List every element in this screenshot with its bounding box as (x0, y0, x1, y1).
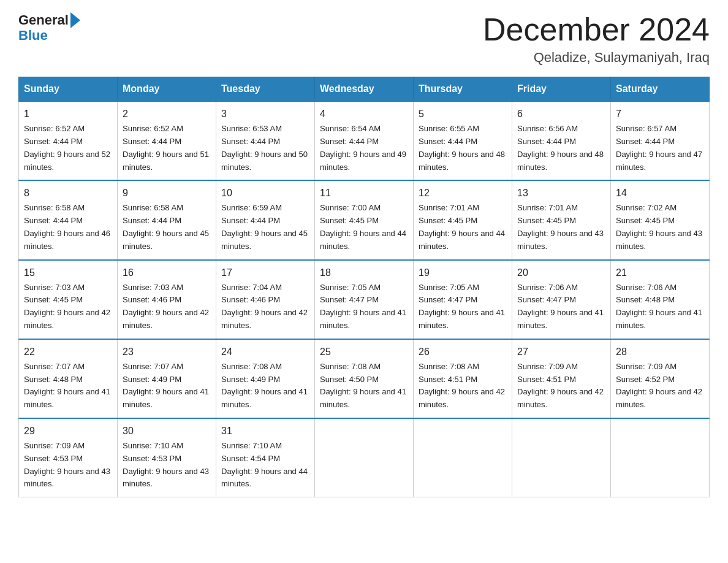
calendar-body: 1Sunrise: 6:52 AMSunset: 4:44 PMDaylight… (19, 101, 710, 497)
calendar-cell: 25Sunrise: 7:08 AMSunset: 4:50 PMDayligh… (315, 339, 414, 418)
day-number: 10 (221, 186, 309, 201)
day-info: Sunrise: 6:58 AMSunset: 4:44 PMDaylight:… (123, 203, 209, 250)
day-info: Sunrise: 7:06 AMSunset: 4:48 PMDaylight:… (616, 283, 702, 330)
day-number: 17 (221, 266, 309, 280)
day-header-sunday: Sunday (19, 77, 118, 102)
day-info: Sunrise: 7:05 AMSunset: 4:47 PMDaylight:… (320, 283, 406, 330)
day-number: 9 (123, 186, 211, 201)
calendar-cell: 9Sunrise: 6:58 AMSunset: 4:44 PMDaylight… (118, 180, 216, 259)
day-info: Sunrise: 7:07 AMSunset: 4:48 PMDaylight:… (24, 362, 110, 409)
day-number: 15 (24, 266, 112, 280)
day-number: 22 (24, 345, 112, 359)
calendar-week-row: 15Sunrise: 7:03 AMSunset: 4:45 PMDayligh… (19, 260, 710, 339)
logo: General Blue (18, 12, 80, 43)
day-number: 26 (419, 345, 507, 359)
day-info: Sunrise: 7:09 AMSunset: 4:53 PMDaylight:… (24, 441, 110, 488)
calendar-cell (611, 418, 710, 497)
day-info: Sunrise: 6:52 AMSunset: 4:44 PMDaylight:… (123, 124, 209, 171)
calendar-cell: 3Sunrise: 6:53 AMSunset: 4:44 PMDaylight… (216, 101, 315, 180)
calendar-cell: 30Sunrise: 7:10 AMSunset: 4:53 PMDayligh… (118, 418, 216, 497)
calendar-cell: 16Sunrise: 7:03 AMSunset: 4:46 PMDayligh… (118, 260, 216, 339)
day-number: 27 (517, 345, 605, 359)
logo-text-blue: Blue (18, 28, 48, 43)
day-info: Sunrise: 7:08 AMSunset: 4:50 PMDaylight:… (320, 362, 406, 409)
calendar-cell (512, 418, 611, 497)
calendar-cell: 22Sunrise: 7:07 AMSunset: 4:48 PMDayligh… (19, 339, 118, 418)
day-number: 20 (517, 266, 605, 280)
calendar-cell: 29Sunrise: 7:09 AMSunset: 4:53 PMDayligh… (19, 418, 118, 497)
calendar-cell: 5Sunrise: 6:55 AMSunset: 4:44 PMDaylight… (414, 101, 512, 180)
day-number: 11 (320, 186, 408, 201)
day-info: Sunrise: 7:02 AMSunset: 4:45 PMDaylight:… (616, 203, 702, 250)
day-info: Sunrise: 7:00 AMSunset: 4:45 PMDaylight:… (320, 203, 406, 250)
title-block: December 2024 Qeladize, Sulaymaniyah, Ir… (483, 12, 710, 66)
calendar-cell: 14Sunrise: 7:02 AMSunset: 4:45 PMDayligh… (611, 180, 710, 259)
day-info: Sunrise: 7:08 AMSunset: 4:51 PMDaylight:… (419, 362, 505, 409)
calendar-cell: 6Sunrise: 6:56 AMSunset: 4:44 PMDaylight… (512, 101, 611, 180)
calendar-cell: 18Sunrise: 7:05 AMSunset: 4:47 PMDayligh… (315, 260, 414, 339)
calendar-cell: 7Sunrise: 6:57 AMSunset: 4:44 PMDaylight… (611, 101, 710, 180)
day-info: Sunrise: 6:55 AMSunset: 4:44 PMDaylight:… (419, 124, 505, 171)
calendar-cell: 20Sunrise: 7:06 AMSunset: 4:47 PMDayligh… (512, 260, 611, 339)
day-header-friday: Friday (512, 77, 611, 102)
calendar-cell: 13Sunrise: 7:01 AMSunset: 4:45 PMDayligh… (512, 180, 611, 259)
day-info: Sunrise: 6:56 AMSunset: 4:44 PMDaylight:… (517, 124, 604, 171)
calendar-cell: 2Sunrise: 6:52 AMSunset: 4:44 PMDaylight… (118, 101, 216, 180)
day-number: 19 (419, 266, 507, 280)
day-number: 14 (616, 186, 704, 201)
day-info: Sunrise: 6:52 AMSunset: 4:44 PMDaylight:… (24, 124, 110, 171)
calendar-cell: 23Sunrise: 7:07 AMSunset: 4:49 PMDayligh… (118, 339, 216, 418)
day-info: Sunrise: 7:03 AMSunset: 4:45 PMDaylight:… (24, 283, 110, 330)
calendar-header-row: SundayMondayTuesdayWednesdayThursdayFrid… (19, 77, 710, 102)
day-number: 30 (123, 424, 211, 439)
day-number: 5 (419, 107, 507, 121)
day-header-monday: Monday (118, 77, 216, 102)
logo-text-black: General (18, 13, 69, 28)
day-info: Sunrise: 7:04 AMSunset: 4:46 PMDaylight:… (221, 283, 308, 330)
day-number: 4 (320, 107, 408, 121)
day-info: Sunrise: 7:01 AMSunset: 4:45 PMDaylight:… (419, 203, 505, 250)
calendar-cell: 28Sunrise: 7:09 AMSunset: 4:52 PMDayligh… (611, 339, 710, 418)
day-info: Sunrise: 7:10 AMSunset: 4:53 PMDaylight:… (123, 441, 209, 488)
calendar-cell: 21Sunrise: 7:06 AMSunset: 4:48 PMDayligh… (611, 260, 710, 339)
day-number: 7 (616, 107, 704, 121)
calendar-week-row: 1Sunrise: 6:52 AMSunset: 4:44 PMDaylight… (19, 101, 710, 180)
calendar-cell: 8Sunrise: 6:58 AMSunset: 4:44 PMDaylight… (19, 180, 118, 259)
calendar-cell: 12Sunrise: 7:01 AMSunset: 4:45 PMDayligh… (414, 180, 512, 259)
calendar-cell (414, 418, 512, 497)
month-title: December 2024 (483, 12, 710, 47)
day-info: Sunrise: 7:05 AMSunset: 4:47 PMDaylight:… (419, 283, 505, 330)
calendar-cell: 19Sunrise: 7:05 AMSunset: 4:47 PMDayligh… (414, 260, 512, 339)
day-info: Sunrise: 7:09 AMSunset: 4:51 PMDaylight:… (517, 362, 604, 409)
calendar-cell: 31Sunrise: 7:10 AMSunset: 4:54 PMDayligh… (216, 418, 315, 497)
calendar-week-row: 29Sunrise: 7:09 AMSunset: 4:53 PMDayligh… (19, 418, 710, 497)
day-header-saturday: Saturday (611, 77, 710, 102)
day-number: 1 (24, 107, 112, 121)
calendar-cell: 10Sunrise: 6:59 AMSunset: 4:44 PMDayligh… (216, 180, 315, 259)
calendar-cell: 24Sunrise: 7:08 AMSunset: 4:49 PMDayligh… (216, 339, 315, 418)
day-info: Sunrise: 7:03 AMSunset: 4:46 PMDaylight:… (123, 283, 209, 330)
day-info: Sunrise: 7:07 AMSunset: 4:49 PMDaylight:… (123, 362, 209, 409)
day-number: 25 (320, 345, 408, 359)
day-number: 28 (616, 345, 704, 359)
day-info: Sunrise: 7:09 AMSunset: 4:52 PMDaylight:… (616, 362, 702, 409)
page-header: General Blue December 2024 Qeladize, Sul… (18, 12, 710, 66)
day-number: 8 (24, 186, 112, 201)
calendar-cell: 15Sunrise: 7:03 AMSunset: 4:45 PMDayligh… (19, 260, 118, 339)
calendar-cell: 17Sunrise: 7:04 AMSunset: 4:46 PMDayligh… (216, 260, 315, 339)
day-info: Sunrise: 6:53 AMSunset: 4:44 PMDaylight:… (221, 124, 308, 171)
day-info: Sunrise: 6:57 AMSunset: 4:44 PMDaylight:… (616, 124, 702, 171)
day-info: Sunrise: 6:58 AMSunset: 4:44 PMDaylight:… (24, 203, 110, 250)
day-number: 18 (320, 266, 408, 280)
calendar-cell: 11Sunrise: 7:00 AMSunset: 4:45 PMDayligh… (315, 180, 414, 259)
logo-arrow-icon (70, 12, 80, 28)
calendar-week-row: 22Sunrise: 7:07 AMSunset: 4:48 PMDayligh… (19, 339, 710, 418)
day-number: 3 (221, 107, 309, 121)
calendar-table: SundayMondayTuesdayWednesdayThursdayFrid… (18, 77, 710, 497)
day-header-wednesday: Wednesday (315, 77, 414, 102)
day-number: 6 (517, 107, 605, 121)
day-number: 21 (616, 266, 704, 280)
day-info: Sunrise: 7:06 AMSunset: 4:47 PMDaylight:… (517, 283, 604, 330)
day-info: Sunrise: 7:08 AMSunset: 4:49 PMDaylight:… (221, 362, 308, 409)
calendar-cell: 1Sunrise: 6:52 AMSunset: 4:44 PMDaylight… (19, 101, 118, 180)
